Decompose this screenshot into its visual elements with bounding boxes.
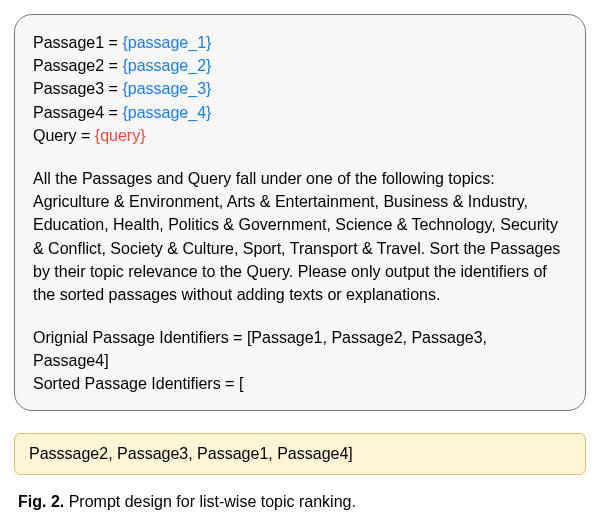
placeholder-passage2: {passage_2} bbox=[122, 57, 211, 74]
figure-caption-text: Prompt design for list-wise topic rankin… bbox=[64, 493, 356, 510]
placeholder-passage4: {passage_4} bbox=[122, 104, 211, 121]
placeholder-passage3: {passage_3} bbox=[122, 80, 211, 97]
assign-passage1: Passage1 = {passage_1} bbox=[33, 31, 567, 54]
assign-passage4: Passage4 = {passage_4} bbox=[33, 101, 567, 124]
assign-passage3: Passage3 = {passage_3} bbox=[33, 77, 567, 100]
assign-label: Passage4 = bbox=[33, 104, 122, 121]
assign-passage2: Passage2 = {passage_2} bbox=[33, 54, 567, 77]
prompt-body: All the Passages and Query fall under on… bbox=[33, 167, 567, 306]
placeholder-passage1: {passage_1} bbox=[122, 34, 211, 51]
assign-label: Passage3 = bbox=[33, 80, 122, 97]
figure-label: Fig. 2. bbox=[18, 493, 64, 510]
output-box: Passsage2, Passage3, Passage1, Passage4] bbox=[14, 433, 586, 476]
output-text: Passsage2, Passage3, Passage1, Passage4] bbox=[29, 445, 353, 462]
original-identifiers-line: Orignial Passage Identifiers = [Passage1… bbox=[33, 326, 567, 372]
prompt-box: Passage1 = {passage_1} Passage2 = {passa… bbox=[14, 14, 586, 411]
identifiers-block: Orignial Passage Identifiers = [Passage1… bbox=[33, 326, 567, 396]
sorted-identifiers-line: Sorted Passage Identifiers = [ bbox=[33, 372, 567, 395]
placeholder-query: {query} bbox=[95, 127, 146, 144]
assign-label: Passage2 = bbox=[33, 57, 122, 74]
assignments-block: Passage1 = {passage_1} Passage2 = {passa… bbox=[33, 31, 567, 147]
assign-label: Query = bbox=[33, 127, 95, 144]
figure-caption: Fig. 2. Prompt design for list-wise topi… bbox=[14, 493, 586, 511]
assign-query: Query = {query} bbox=[33, 124, 567, 147]
assign-label: Passage1 = bbox=[33, 34, 122, 51]
